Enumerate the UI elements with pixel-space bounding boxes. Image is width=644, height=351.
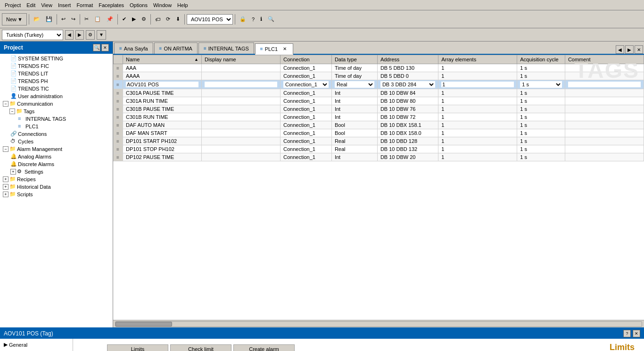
scripts-expand[interactable]: + (3, 192, 8, 197)
lang-prev-button[interactable]: ◀ (65, 30, 74, 40)
tree-item-internal-tags[interactable]: ≡ INTERNAL TAGS (1, 115, 112, 123)
menu-project[interactable]: Project (2, 1, 24, 9)
project-close-button[interactable]: ✕ (101, 44, 109, 51)
project-search-button[interactable]: 🔍 (93, 44, 100, 51)
display-input[interactable] (205, 82, 277, 87)
tags-expand[interactable]: − (9, 109, 15, 114)
menu-faceplates[interactable]: Faceplates (96, 1, 127, 9)
tag-panel-help-button[interactable]: ? (623, 330, 631, 337)
tree-item-discrete-alarms[interactable]: 🔔 Discrete Alarms (1, 160, 112, 168)
tab-plc1[interactable]: ≡ PLC1 ✕ (255, 43, 293, 55)
communication-expand[interactable]: − (3, 101, 8, 107)
tag-button[interactable]: 🏷 (153, 13, 163, 25)
nav-item-general[interactable]: ▶ General (2, 341, 71, 349)
tab-close-all-button[interactable]: ✕ (635, 45, 643, 54)
tree-item-scripts[interactable]: + 📁 Scripts (1, 191, 112, 198)
table-row[interactable]: ≡Connection_1RealDB 3 DBD 2841 s (114, 80, 644, 89)
array-input[interactable] (441, 82, 514, 87)
col-header-name[interactable]: Name ▲ (123, 55, 202, 64)
menu-edit[interactable]: Edit (24, 1, 38, 9)
menu-window[interactable]: Window (150, 1, 174, 9)
cell-name-edit[interactable] (123, 80, 202, 89)
copy-button[interactable]: 📋 (92, 13, 103, 25)
table-row[interactable]: ≡DP101 STOP PH102Connection_1RealDB 10 D… (114, 145, 644, 153)
tree-item-user-admin[interactable]: 👤 User administration (1, 92, 112, 100)
col-header-address[interactable]: Address (377, 55, 438, 64)
sync-button[interactable]: ⟳ (164, 13, 173, 25)
menu-help[interactable]: Help (174, 1, 191, 9)
table-row[interactable]: ≡DP102 PAUSE TIMEConnection_1IntDB 10 DB… (114, 153, 644, 161)
col-header-connection[interactable]: Connection (281, 55, 332, 64)
menu-view[interactable]: View (38, 1, 55, 9)
table-row[interactable]: ≡DP101 START PH102Connection_1RealDB 10 … (114, 137, 644, 145)
menu-options[interactable]: Options (127, 1, 150, 9)
cut-button[interactable]: ✂ (82, 13, 91, 25)
cell-datatype-edit[interactable]: Real (331, 80, 377, 89)
menu-insert[interactable]: Insert (55, 1, 74, 9)
cell-connection-edit[interactable]: Connection_1 (281, 80, 332, 89)
transfer-button[interactable]: ▶ (130, 13, 138, 25)
datatype-select[interactable]: Real (335, 81, 374, 88)
tab-on-aritma[interactable]: ≡ ON ARITMA (154, 42, 198, 54)
tab-next-button[interactable]: ▶ (625, 45, 634, 54)
col-header-datatype[interactable]: Data type (331, 55, 377, 64)
tree-item-settings[interactable]: + ⚙ Settings (1, 168, 112, 176)
address-select[interactable]: DB 3 DBD 284 (380, 81, 435, 88)
menu-format[interactable]: Format (74, 1, 96, 9)
tab-plc1-close[interactable]: ✕ (281, 46, 288, 52)
undo-button[interactable]: ↩ (59, 13, 68, 25)
cell-display-edit[interactable] (202, 80, 281, 89)
search-button[interactable]: 🔍 (265, 13, 277, 25)
help-button[interactable]: ? (249, 13, 257, 25)
name-input[interactable] (126, 82, 198, 87)
col-header-array[interactable]: Array elements (438, 55, 517, 64)
table-row[interactable]: ≡C301B PAUSE TIMEConnection_1IntDB 10 DB… (114, 105, 644, 113)
nav-item-properties[interactable]: ▶ Properties (2, 349, 71, 351)
table-row[interactable]: ≡C301A RUN TIMEConnection_1IntDB 10 DBW … (114, 97, 644, 105)
table-container[interactable]: Name ▲ Display name Connection (113, 55, 644, 320)
settings-button[interactable]: ⚙ (139, 13, 149, 25)
tree-item-recipes[interactable]: + 📁 Recipes (1, 176, 112, 183)
table-row[interactable]: ≡DAF AUTO MANConnection_1BoolDB 10 DBX 1… (114, 121, 644, 129)
import-button[interactable]: ⬇ (173, 13, 182, 25)
tree-item-trends-fic[interactable]: 📄 TRENDS FIC (1, 62, 112, 70)
lang-settings-button[interactable]: ⚙ (86, 30, 95, 40)
col-header-acq[interactable]: Acquisition cycle (517, 55, 565, 64)
info-button[interactable]: ℹ (258, 13, 264, 25)
col-header-comment[interactable]: Comment (565, 55, 644, 64)
table-row[interactable]: ≡C301B RUN TIMEConnection_1IntDB 10 DBW … (114, 113, 644, 121)
tree-item-plc1[interactable]: ≡ PLC1 (1, 123, 112, 130)
table-row[interactable]: ≡AAAConnection_1Time of dayDB 5 DBD 1301… (114, 64, 644, 72)
tree-item-trends-ph[interactable]: 📄 TRENDS PH (1, 77, 112, 85)
paste-button[interactable]: 📌 (104, 13, 116, 25)
tab-ana-sayfa[interactable]: ≡ Ana Sayfa (114, 42, 153, 54)
device-combo[interactable]: AOV101 POS (187, 14, 233, 25)
alarm-expand[interactable]: − (3, 146, 8, 152)
tree-item-communication[interactable]: − 📁 Communication (1, 100, 112, 108)
addr-dropdown-button[interactable]: ▼ (97, 30, 106, 40)
lang-next-button[interactable]: ▶ (75, 30, 84, 40)
tag-panel-close-button[interactable]: ✕ (633, 330, 640, 337)
new-button[interactable]: New ▼ (2, 13, 27, 25)
tab-internal-tags[interactable]: ≡ INTERNAL TAGS (198, 42, 254, 54)
tab-prev-button[interactable]: ◀ (616, 45, 624, 54)
save-button[interactable]: 💾 (43, 13, 55, 25)
tree-item-historical-data[interactable]: + 📁 Historical Data (1, 183, 112, 191)
tree-item-cycles[interactable]: ⏱ Cycles (1, 138, 112, 145)
cell-acq-edit[interactable]: 1 s (517, 80, 565, 89)
settings-expand[interactable]: + (10, 169, 16, 175)
tree-item-connections[interactable]: 🔗 Connections (1, 130, 112, 138)
recipes-expand[interactable]: + (3, 176, 8, 182)
table-row[interactable]: ≡AAAAConnection_1Time of dayDB 5 DBD 011… (114, 72, 644, 80)
tree-item-alarm-mgmt[interactable]: − 📁 Alarm Management (1, 145, 112, 153)
col-header-display[interactable]: Display name (202, 55, 281, 64)
acq-select[interactable]: 1 s (520, 81, 562, 88)
redo-button[interactable]: ↪ (69, 13, 78, 25)
compile-button[interactable]: ✔ (120, 13, 129, 25)
historical-expand[interactable]: + (3, 184, 8, 190)
connection-select[interactable]: Connection_1 (283, 81, 329, 88)
table-row[interactable]: ≡DAF MAN STARTConnection_1BoolDB 10 DBX … (114, 129, 644, 137)
cell-address-edit[interactable]: DB 3 DBD 284 (377, 80, 438, 89)
tree-item-tags[interactable]: − 📁 Tags (1, 108, 112, 115)
cell-array-edit[interactable] (438, 80, 517, 89)
